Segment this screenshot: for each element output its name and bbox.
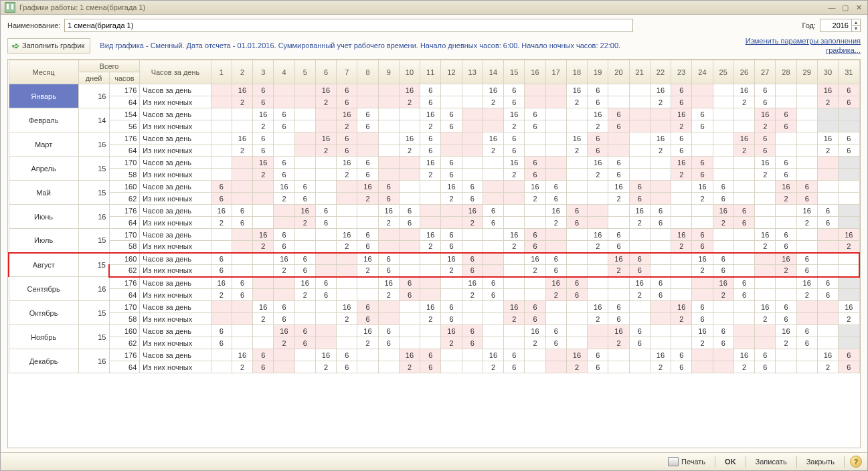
schedule-info: Вид графика - Сменный. Дата отсчета - 01… <box>90 41 620 50</box>
table-row[interactable]: 56Из них ночных26262626262626 <box>9 120 859 132</box>
table-row[interactable]: Ноябрь15160Часов за день6166166166166166… <box>9 325 859 337</box>
table-row[interactable]: Декабрь16176Часов за день166166166166166… <box>9 349 859 361</box>
col-month: Месяц <box>9 60 78 84</box>
help-icon[interactable]: ? <box>850 456 862 468</box>
col-rowlabel: Часов за день <box>140 60 211 84</box>
month-cell[interactable]: Сентябрь <box>9 277 78 301</box>
close-icon[interactable]: ✕ <box>854 3 863 12</box>
maximize-icon[interactable]: ▢ <box>841 3 850 12</box>
table-row[interactable]: Май15160Часов за день6166166166166166166… <box>9 181 859 193</box>
table-row[interactable]: Январь16176Часов за день1661661661661661… <box>9 84 859 96</box>
col-day-19: 19 <box>588 60 608 84</box>
col-day-20: 20 <box>608 60 629 84</box>
col-day-18: 18 <box>566 60 587 84</box>
table-row[interactable]: 64Из них ночных2626262626262626 <box>9 289 859 301</box>
table-row[interactable]: 58Из них ночных262626262626262 <box>9 241 859 253</box>
col-day-22: 22 <box>650 60 671 84</box>
col-day-7: 7 <box>337 60 357 84</box>
month-cell[interactable]: Июнь <box>9 205 78 229</box>
col-day-17: 17 <box>545 60 566 84</box>
table-row[interactable]: 58Из них ночных262626262626262 <box>9 313 859 325</box>
col-day-5: 5 <box>294 60 315 84</box>
month-cell[interactable]: Август <box>9 253 78 277</box>
table-row[interactable]: Март16176Часов за день166166166166166166… <box>9 132 859 145</box>
table-row[interactable]: Октябрь15170Часов за день166166166166166… <box>9 301 859 313</box>
col-day-26: 26 <box>733 60 754 84</box>
table-row[interactable]: Сентябрь16176Часов за день16616616616616… <box>9 277 859 289</box>
col-day-4: 4 <box>274 60 294 84</box>
col-day-14: 14 <box>483 60 503 84</box>
table-row[interactable]: Июнь16176Часов за день166166166166166166… <box>9 205 859 217</box>
month-cell[interactable]: Октябрь <box>9 301 78 325</box>
table-row[interactable]: 58Из них ночных26262626262626 <box>9 169 859 181</box>
arrow-right-icon: ➪ <box>12 41 19 51</box>
print-icon <box>668 457 679 466</box>
table-row[interactable]: Август15160Часов за день6166166166166166… <box>9 253 859 265</box>
name-input[interactable] <box>64 19 633 32</box>
year-label: Год: <box>802 21 816 29</box>
table-row[interactable]: Апрель15170Часов за день1661661661661661… <box>9 157 859 169</box>
table-row[interactable]: 62Из них ночных626262626262626 <box>9 265 859 277</box>
month-cell[interactable]: Ноябрь <box>9 325 78 349</box>
col-total: Всего <box>78 60 140 72</box>
col-day-1: 1 <box>211 60 232 84</box>
col-day-29: 29 <box>796 60 817 84</box>
ok-button[interactable]: OK <box>721 456 740 467</box>
spin-down-icon[interactable]: ▼ <box>852 26 860 32</box>
change-params-link[interactable]: Изменить параметры заполнения графика... <box>746 36 861 55</box>
col-day-2: 2 <box>232 60 252 84</box>
col-day-15: 15 <box>504 60 525 84</box>
col-day-8: 8 <box>357 60 378 84</box>
titlebar: Графики работы: 1 смена(бригада 1) — ▢ ✕ <box>1 1 867 15</box>
month-cell[interactable]: Май <box>9 181 78 205</box>
month-cell[interactable]: Март <box>9 132 78 157</box>
fill-schedule-button[interactable]: ➪ Заполнить график <box>7 38 90 54</box>
table-row[interactable]: 64Из них ночных2626262626262626 <box>9 96 859 108</box>
table-row[interactable]: Июль15170Часов за день166166166166166166… <box>9 229 859 241</box>
month-cell[interactable]: Июль <box>9 229 78 253</box>
month-cell[interactable]: Январь <box>9 84 78 108</box>
col-day-9: 9 <box>378 60 399 84</box>
app-icon <box>5 2 15 13</box>
col-day-12: 12 <box>441 60 462 84</box>
col-day-31: 31 <box>839 60 859 84</box>
table-row[interactable]: 62Из них ночных626262626262626 <box>9 193 859 205</box>
col-day-3: 3 <box>253 60 274 84</box>
col-hours: часов <box>109 72 140 84</box>
col-day-25: 25 <box>713 60 733 84</box>
col-day-13: 13 <box>462 60 483 84</box>
col-day-11: 11 <box>420 60 441 84</box>
close-button[interactable]: Закрыть <box>802 456 839 467</box>
save-button[interactable]: Записать <box>752 456 791 467</box>
col-day-30: 30 <box>817 60 838 84</box>
col-day-16: 16 <box>525 60 545 84</box>
table-row[interactable]: Февраль14154Часов за день166166166166166… <box>9 108 859 120</box>
month-cell[interactable]: Апрель <box>9 157 78 181</box>
table-row[interactable]: 64Из них ночных2626262626262626 <box>9 145 859 157</box>
window-title: Графики работы: 1 смена(бригада 1) <box>19 3 827 11</box>
table-row[interactable]: 64Из них ночных2626262626262626 <box>9 361 859 373</box>
col-day-27: 27 <box>755 60 776 84</box>
table-row[interactable]: 62Из них ночных626262626262626 <box>9 337 859 349</box>
name-label: Наименование: <box>7 21 60 29</box>
col-days: дней <box>78 72 109 84</box>
year-spin[interactable]: ▲ ▼ <box>820 19 861 32</box>
schedule-table[interactable]: МесяцВсегоЧасов за день12345678910111213… <box>8 60 860 373</box>
col-day-24: 24 <box>692 60 713 84</box>
col-day-10: 10 <box>399 60 420 84</box>
statusbar: Печать OK Записать Закрыть ? <box>1 452 867 470</box>
minimize-icon[interactable]: — <box>827 3 837 12</box>
month-cell[interactable]: Февраль <box>9 108 78 132</box>
col-day-23: 23 <box>671 60 692 84</box>
year-input[interactable] <box>820 21 851 30</box>
spin-up-icon[interactable]: ▲ <box>852 19 860 26</box>
col-day-6: 6 <box>315 60 336 84</box>
table-row[interactable]: 64Из них ночных2626262626262626 <box>9 217 859 229</box>
print-button[interactable]: Печать <box>664 456 709 468</box>
month-cell[interactable]: Декабрь <box>9 349 78 373</box>
col-day-21: 21 <box>629 60 650 84</box>
col-day-28: 28 <box>776 60 796 84</box>
